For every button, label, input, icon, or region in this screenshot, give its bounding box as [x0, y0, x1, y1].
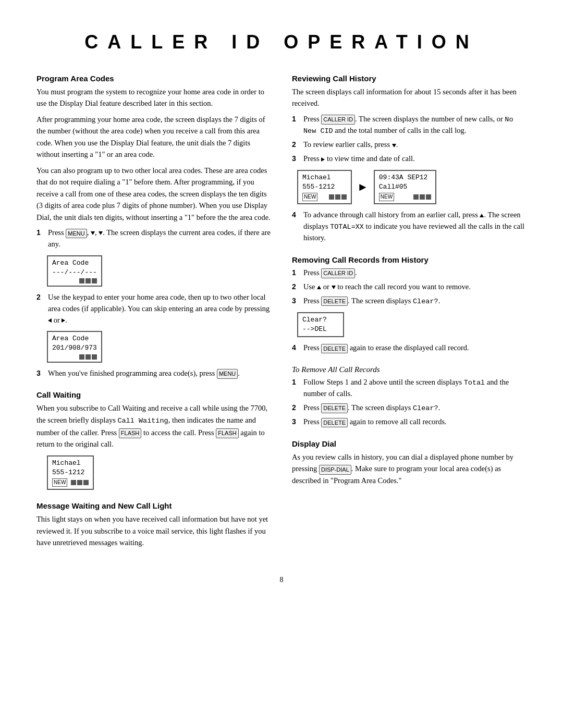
call-waiting-title: Call Waiting: [36, 390, 271, 399]
lcd-hist-right-line2: Call#05: [379, 182, 431, 192]
down-arrow2: [99, 231, 103, 235]
program-area-codes-para2: After programming your home area code, t…: [36, 114, 271, 161]
lcd-clear-line2: -->DEL: [302, 325, 339, 334]
display-dial-title: Display Dial: [292, 439, 527, 448]
new-badge-left: NEW: [302, 193, 317, 201]
caller-id-key: CALLER ID: [321, 115, 355, 125]
down-arrow-rm2: [332, 286, 336, 289]
section-removing-call-records: Removing Call Records from History 1 Pre…: [292, 255, 527, 354]
lcd-cw-line2: 555-1212: [52, 468, 89, 477]
review-step-4: 4 To advance through call history from a…: [292, 209, 527, 244]
call-waiting-para: When you subscribe to Call Waiting and r…: [36, 402, 271, 450]
removing-records-title: Removing Call Records from History: [292, 255, 527, 264]
disp-dial-key: DISP-DIAL: [319, 465, 351, 475]
lcd-display-clear: Clear? -->DEL: [297, 312, 344, 337]
up-arrow-r4: [480, 214, 484, 217]
lcd-hist-right-line1: 09:43A SEP12: [379, 173, 431, 182]
lcd-area-code-2: Area Code 201/908/973: [36, 331, 271, 362]
left-column: Program Area Codes You must program the …: [36, 74, 271, 560]
lcd-buttons-2: [79, 354, 97, 360]
flash-key-2: FLASH: [216, 428, 238, 438]
new-badge-cw: NEW: [52, 478, 67, 487]
delete-key-2: DELETE: [321, 344, 348, 354]
remove-all-steps: 1 Follow Steps 1 and 2 above until the s…: [292, 377, 527, 428]
lcd-sq9: [83, 480, 89, 485]
lcd-call-history-pair: Michael 555-1212 NEW ► 09:43A SEP12 C: [297, 170, 527, 204]
lcd-area-code-1: Area Code ---/---/---: [36, 255, 271, 287]
step-3: 3 When you've finished programming area …: [36, 368, 271, 379]
delete-key-4: DELETE: [321, 418, 348, 428]
section-call-waiting: Call Waiting When you subscribe to Call …: [36, 390, 271, 490]
reviewing-intro: The screen displays call information for…: [292, 86, 527, 109]
lcd-sq5: [85, 354, 91, 360]
remove-all-step-3: 3 Press DELETE again to remove all call …: [292, 416, 527, 428]
remove-all-step-1: 1 Follow Steps 1 and 2 above until the s…: [292, 377, 527, 400]
down-arrow: [91, 231, 95, 235]
down-arrow-r2: [392, 144, 396, 147]
step-1: 1 Press MENU, , . The screen displays th…: [36, 227, 271, 250]
removing-steps: 1 Press CALLER ID. 2 Use or to reach the…: [292, 267, 527, 307]
lcd-history-left: Michael 555-1212 NEW: [297, 170, 352, 204]
lcd-display-cw: Michael 555-1212 NEW: [47, 455, 94, 490]
lcd-sq-hl3: [341, 194, 347, 200]
program-area-codes-title: Program Area Codes: [36, 74, 271, 83]
lcd-buttons-cw: [71, 480, 89, 485]
lcd-sq7: [71, 480, 76, 485]
lcd-sq1: [79, 278, 84, 283]
lcd-sq8: [77, 480, 82, 485]
lcd-hist-btns-l: [329, 194, 347, 200]
up-arrow-rm2: [317, 286, 321, 289]
lcd-hist-btns-r: [413, 194, 431, 200]
remove-step-2: 2 Use or to reach the call record you wa…: [292, 281, 527, 293]
message-waiting-title: Message Waiting and New Call Light: [36, 501, 271, 510]
lcd-line2-2: 201/908/973: [52, 343, 97, 353]
lcd-sq4: [79, 354, 84, 360]
right-arrow-r3: [321, 157, 325, 162]
arrow-between-lcds: ►: [357, 180, 369, 194]
reviewing-steps-4: 4 To advance through call history from a…: [292, 209, 527, 244]
lcd-line2: ---/---/---: [52, 268, 97, 277]
message-waiting-para: This light stays on when you have receiv…: [36, 513, 271, 548]
review-step-1: 1 Press CALLER ID. The screen displays t…: [292, 114, 527, 137]
lcd-display-1: Area Code ---/---/---: [47, 255, 102, 287]
program-area-codes-para3: You can also program up to two other loc…: [36, 165, 271, 223]
remove-step-4: 4 Press DELETE again to erase the displa…: [292, 342, 527, 354]
remove-all-title: To Remove All Call Records: [292, 365, 527, 374]
lcd-sq2: [85, 278, 91, 283]
lcd-history-right: 09:43A SEP12 Call#05 NEW: [374, 170, 436, 204]
review-step-3: 3 Press to view time and date of call.: [292, 153, 527, 165]
lcd-sq-hr2: [420, 194, 425, 200]
step-2: 2 Use the keypad to enter your home area…: [36, 292, 271, 326]
new-badge-right: NEW: [379, 193, 394, 201]
lcd-cw-line1: Michael: [52, 459, 89, 468]
lcd-sq3: [92, 278, 97, 283]
program-area-codes-para1: You must program the system to recognize…: [36, 86, 271, 109]
page-title: CALLER ID OPERATION: [36, 31, 527, 53]
section-reviewing-call-history: Reviewing Call History The screen displa…: [292, 74, 527, 244]
lcd-sq-hr3: [426, 194, 431, 200]
right-arrow: [62, 318, 65, 323]
section-display-dial: Display Dial As you review calls in hist…: [292, 439, 527, 486]
section-message-waiting: Message Waiting and New Call Light This …: [36, 501, 271, 548]
section-remove-all: To Remove All Call Records 1 Follow Step…: [292, 365, 527, 428]
lcd-sq-hr1: [413, 194, 419, 200]
reviewing-call-history-title: Reviewing Call History: [292, 74, 527, 83]
left-arrow: [48, 318, 52, 323]
lcd-clear: Clear? -->DEL: [297, 312, 527, 337]
lcd-call-waiting: Michael 555-1212 NEW: [36, 455, 271, 490]
lcd-line1: Area Code: [52, 258, 97, 268]
remove-step-1: 1 Press CALLER ID.: [292, 267, 527, 279]
lcd-line1-2: Area Code: [52, 334, 97, 343]
remove-step-3: 3 Press DELETE. The screen displays Clea…: [292, 295, 527, 307]
remove-all-step-2: 2 Press DELETE. The screen displays Clea…: [292, 402, 527, 414]
lcd-clear-line1: Clear?: [302, 315, 339, 325]
lcd-sq6: [92, 354, 97, 360]
lcd-hist-left-line1: Michael: [302, 173, 347, 182]
right-column: Reviewing Call History The screen displa…: [292, 74, 527, 560]
menu-key: MENU: [66, 229, 87, 239]
lcd-hist-left-line2: 555-1212: [302, 182, 347, 192]
lcd-sq-hl1: [329, 194, 334, 200]
review-step-2: 2 To review earlier calls, press .: [292, 139, 527, 151]
menu-key-2: MENU: [217, 369, 238, 379]
lcd-sq-hl2: [335, 194, 340, 200]
